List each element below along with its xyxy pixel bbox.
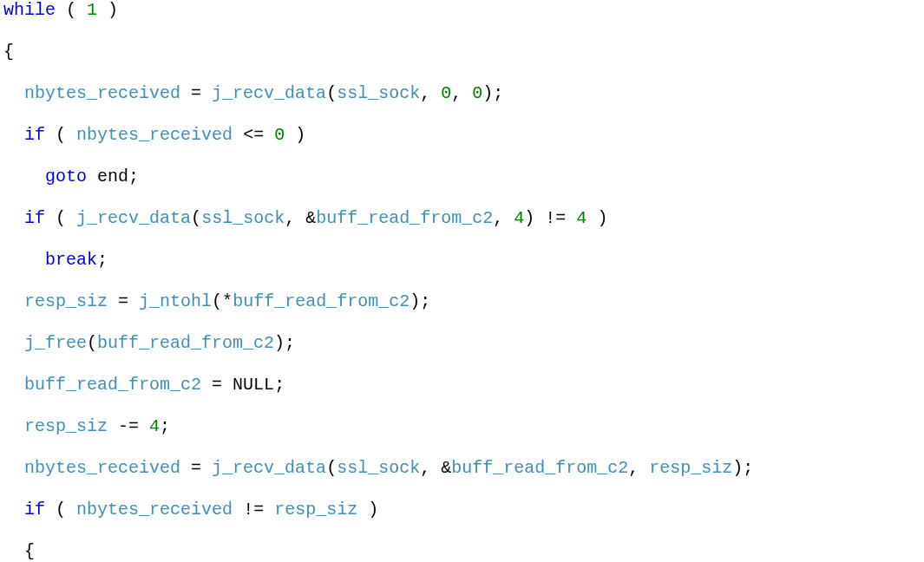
func-j-ntohl: j_ntohl	[139, 291, 212, 311]
code-line: j_free(buff_read_from_c2);	[3, 333, 921, 354]
code-line: if ( nbytes_received <= 0 )	[3, 125, 921, 146]
var-resp-siz: resp_siz	[24, 291, 108, 311]
func-j-recv-data: j_recv_data	[212, 83, 326, 103]
code-line: if ( j_recv_data(ssl_sock, &buff_read_fr…	[3, 208, 921, 229]
code-line: resp_siz = j_ntohl(*buff_read_from_c2);	[3, 291, 921, 312]
code-line: if ( nbytes_received != resp_siz )	[3, 500, 921, 520]
label-end: end	[97, 167, 128, 186]
literal-one: 1	[87, 0, 97, 20]
code-line: nbytes_received = j_recv_data(ssl_sock, …	[3, 83, 921, 104]
code-line: while ( 1 )	[3, 0, 921, 21]
code-line: nbytes_received = j_recv_data(ssl_sock, …	[3, 458, 921, 479]
literal-null: NULL	[233, 375, 274, 395]
var-nbytes-received: nbytes_received	[24, 83, 180, 103]
code-line: break;	[3, 250, 921, 271]
code-line: resp_siz -= 4;	[3, 416, 921, 437]
code-line: {	[3, 42, 921, 62]
code-line: goto end;	[3, 167, 921, 187]
code-line: buff_read_from_c2 = NULL;	[3, 375, 921, 395]
func-j-free: j_free	[24, 333, 87, 353]
keyword-while: while	[3, 0, 56, 20]
var-ssl-sock: ssl_sock	[337, 83, 420, 103]
code-line: {	[3, 541, 921, 562]
decompiled-code-block: while ( 1 ) { nbytes_received = j_recv_d…	[0, 0, 924, 562]
